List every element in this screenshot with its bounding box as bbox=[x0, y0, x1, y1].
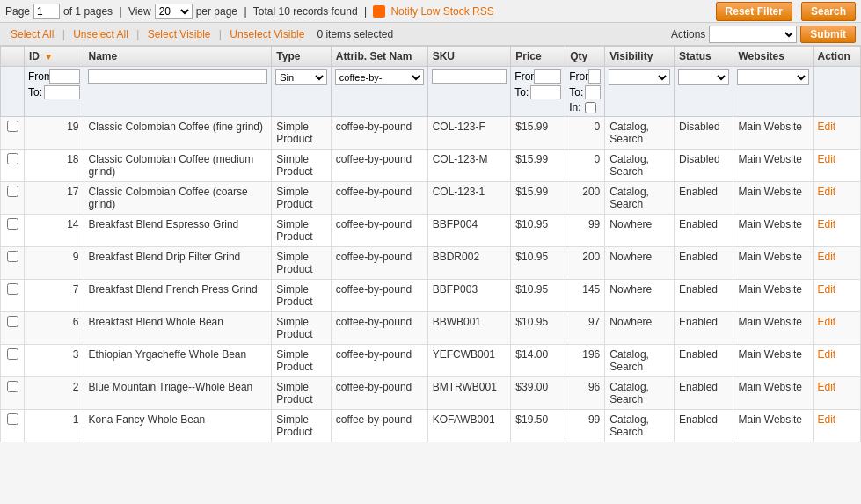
top-bar: Page of 1 pages | View 20 50 100 per pag… bbox=[0, 0, 861, 23]
row-edit-cell: Edit bbox=[813, 377, 861, 410]
id-sort-arrow: ▼ bbox=[44, 52, 53, 62]
row-checkbox[interactable] bbox=[7, 316, 18, 327]
table-row: 3Ethiopian Yrgacheffe Whole BeanSimple P… bbox=[1, 345, 861, 377]
filter-name bbox=[84, 67, 272, 117]
search-button[interactable]: Search bbox=[801, 2, 856, 21]
notify-link[interactable]: Notify Low Stock RSS bbox=[390, 5, 493, 18]
row-name: Classic Colombian Coffee (coarse grind) bbox=[84, 182, 272, 215]
row-visibility: Nowhere bbox=[605, 247, 675, 280]
row-qty: 97 bbox=[565, 312, 605, 345]
col-header-action: Action bbox=[813, 47, 861, 67]
select-all-link[interactable]: Select All bbox=[5, 28, 59, 40]
row-checkbox[interactable] bbox=[7, 218, 18, 230]
row-name: Classic Colombian Coffee (medium grind) bbox=[84, 150, 272, 182]
row-checkbox[interactable] bbox=[7, 251, 18, 262]
filter-visibility-select[interactable]: Catalog, Search Nowhere bbox=[609, 69, 670, 85]
row-status: Enabled bbox=[674, 377, 733, 410]
select-visible-link[interactable]: Select Visible bbox=[142, 28, 216, 40]
unselect-all-link[interactable]: Unselect All bbox=[68, 28, 134, 40]
table-row: 19Classic Colombian Coffee (fine grind)S… bbox=[1, 117, 861, 150]
view-select[interactable]: 20 50 100 bbox=[155, 4, 193, 19]
submit-button[interactable]: Submit bbox=[800, 26, 856, 43]
row-websites: Main Website bbox=[733, 345, 813, 377]
row-type: Simple Product bbox=[272, 345, 332, 377]
actions-label: Actions bbox=[671, 28, 705, 40]
row-name: Ethiopian Yrgacheffe Whole Bean bbox=[84, 345, 272, 377]
table-row: 14Breakfast Blend Espresso GrindSimple P… bbox=[1, 215, 861, 247]
row-status: Enabled bbox=[674, 312, 733, 345]
row-edit-link[interactable]: Edit bbox=[818, 153, 836, 165]
filter-attrib-select[interactable]: coffee-by- coffee-by-pound bbox=[335, 69, 424, 85]
row-checkbox[interactable] bbox=[7, 283, 18, 295]
row-price: $10.95 bbox=[511, 247, 565, 280]
row-websites: Main Website bbox=[733, 410, 813, 442]
row-edit-link[interactable]: Edit bbox=[818, 283, 836, 296]
filter-price-to[interactable] bbox=[530, 85, 561, 99]
filter-price-from[interactable] bbox=[534, 69, 561, 84]
row-qty: 200 bbox=[565, 247, 605, 280]
per-page-label: per page bbox=[196, 5, 237, 18]
row-edit-link[interactable]: Edit bbox=[818, 251, 836, 263]
row-type: Simple Product bbox=[272, 377, 332, 410]
filter-id-to[interactable] bbox=[44, 85, 79, 99]
row-edit-link[interactable]: Edit bbox=[818, 121, 836, 133]
col-header-qty: Qty bbox=[565, 47, 605, 67]
filter-sku-input[interactable] bbox=[432, 69, 507, 84]
row-price: $10.95 bbox=[511, 215, 565, 247]
unselect-visible-link[interactable]: Unselect Visible bbox=[224, 28, 310, 40]
col-header-price: Price bbox=[511, 47, 565, 67]
filter-sku bbox=[427, 67, 511, 117]
row-price: $19.50 bbox=[511, 410, 565, 442]
page-input[interactable] bbox=[33, 4, 60, 19]
reset-filter-button[interactable]: Reset Filter bbox=[716, 2, 792, 21]
filter-qty-to[interactable] bbox=[585, 85, 601, 99]
row-edit-cell: Edit bbox=[813, 410, 861, 442]
col-header-check bbox=[1, 47, 25, 67]
col-header-status: Status bbox=[674, 47, 733, 67]
filter-qty: From: To: In: bbox=[565, 67, 605, 117]
row-checkbox[interactable] bbox=[7, 186, 18, 197]
row-edit-link[interactable]: Edit bbox=[818, 413, 836, 426]
row-websites: Main Website bbox=[733, 312, 813, 345]
row-edit-link[interactable]: Edit bbox=[818, 218, 836, 230]
row-checkbox[interactable] bbox=[7, 121, 18, 132]
row-edit-link[interactable]: Edit bbox=[818, 381, 836, 393]
table-header-row: ID ▼ Name Type Attrib. Set Nam SKU Price… bbox=[1, 47, 861, 67]
row-checkbox-cell bbox=[1, 247, 25, 280]
row-visibility: Catalog, Search bbox=[605, 410, 675, 442]
row-websites: Main Website bbox=[733, 182, 813, 215]
row-edit-cell: Edit bbox=[813, 150, 861, 182]
row-attrib: coffee-by-pound bbox=[331, 410, 427, 442]
items-selected: 0 items selected bbox=[317, 28, 393, 40]
filter-type-select[interactable]: Sin Simple Product Configurable Product bbox=[275, 69, 327, 85]
row-edit-link[interactable]: Edit bbox=[818, 348, 836, 361]
page-info: Page of 1 pages | View 20 50 100 per pag… bbox=[5, 4, 494, 19]
row-checkbox[interactable] bbox=[7, 381, 18, 392]
row-checkbox-cell bbox=[1, 377, 25, 410]
row-type: Simple Product bbox=[272, 247, 332, 280]
filter-id-from[interactable] bbox=[49, 69, 80, 84]
filter-websites-select[interactable]: Main Website bbox=[737, 69, 808, 85]
row-checkbox-cell bbox=[1, 117, 25, 150]
row-name: Breakfast Blend Whole Bean bbox=[84, 312, 272, 345]
row-qty: 0 bbox=[565, 117, 605, 150]
row-checkbox[interactable] bbox=[7, 413, 18, 425]
row-checkbox-cell bbox=[1, 312, 25, 345]
filter-status-select[interactable]: Enabled Disabled bbox=[678, 69, 730, 85]
filter-name-input[interactable] bbox=[88, 69, 268, 84]
row-checkbox[interactable] bbox=[7, 348, 18, 360]
row-edit-link[interactable]: Edit bbox=[818, 316, 836, 328]
filter-action bbox=[813, 67, 861, 117]
actions-dropdown[interactable]: Delete Update Attributes bbox=[709, 26, 797, 43]
row-attrib: coffee-by-pound bbox=[331, 182, 427, 215]
row-attrib: coffee-by-pound bbox=[331, 377, 427, 410]
filter-qty-in-stock[interactable] bbox=[585, 102, 596, 113]
row-checkbox-cell bbox=[1, 150, 25, 182]
row-edit-cell: Edit bbox=[813, 182, 861, 215]
row-sku: COL-123-1 bbox=[427, 182, 511, 215]
row-edit-link[interactable]: Edit bbox=[818, 186, 836, 198]
row-checkbox[interactable] bbox=[7, 153, 18, 164]
filter-visibility: Catalog, Search Nowhere bbox=[605, 67, 675, 117]
row-sku: KOFAWB001 bbox=[427, 410, 511, 442]
filter-qty-from[interactable] bbox=[588, 69, 601, 84]
